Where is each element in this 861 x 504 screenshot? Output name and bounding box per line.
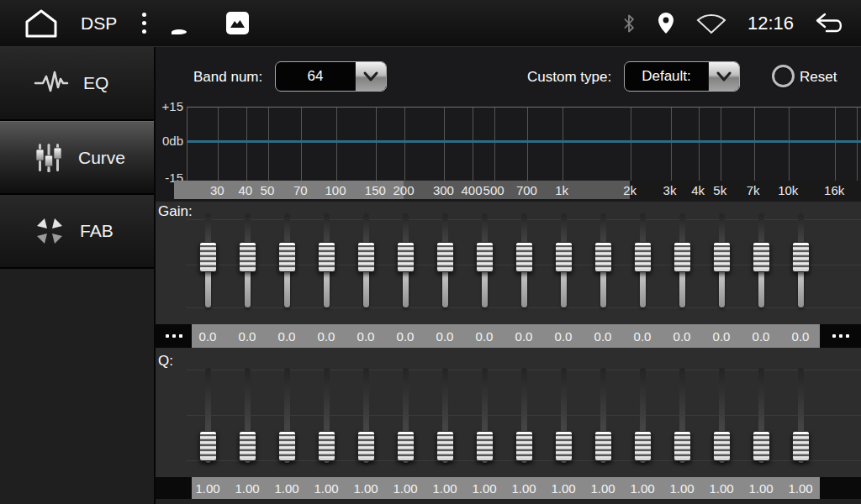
sidebar-item-curve[interactable]: Curve <box>0 121 154 195</box>
slider-thumb[interactable] <box>673 431 691 461</box>
q-slider[interactable] <box>239 365 256 465</box>
gain-slider[interactable] <box>713 210 730 312</box>
slider-thumb[interactable] <box>357 431 375 461</box>
slider-thumb[interactable] <box>397 242 415 272</box>
gain-slider[interactable] <box>476 210 493 312</box>
slider-thumb[interactable] <box>515 431 533 461</box>
q-slider[interactable] <box>199 365 216 465</box>
gain-slider[interactable] <box>634 210 651 312</box>
slider-thumb[interactable] <box>634 242 652 272</box>
reset-radio-icon[interactable] <box>772 65 795 87</box>
gain-slider[interactable] <box>753 210 769 312</box>
slider-thumb[interactable] <box>753 431 770 461</box>
slider-thumb[interactable] <box>476 431 494 461</box>
home-icon[interactable] <box>22 7 61 40</box>
slider-thumb[interactable] <box>673 242 691 272</box>
slider-track-upper <box>482 213 488 245</box>
grid-line <box>336 108 337 181</box>
slider-thumb[interactable] <box>792 431 810 461</box>
slider-track-upper <box>679 213 685 245</box>
sidebar-item-label: Curve <box>78 148 125 168</box>
q-slider[interactable] <box>594 365 611 465</box>
chevron-down-icon[interactable] <box>355 62 386 91</box>
slider-thumb[interactable] <box>555 431 573 461</box>
slider-thumb[interactable] <box>199 431 217 461</box>
q-value: 1.00 <box>307 477 346 499</box>
gain-value: 0.0 <box>267 324 306 348</box>
freq-tick-label: 10k <box>778 181 798 199</box>
gallery-icon[interactable] <box>226 12 249 34</box>
q-slider[interactable] <box>673 365 690 465</box>
slider-thumb[interactable] <box>594 431 612 461</box>
back-icon[interactable] <box>814 12 846 35</box>
q-slider[interactable] <box>357 365 374 465</box>
slider-track-upper <box>798 213 804 245</box>
q-slider[interactable] <box>318 365 335 465</box>
freq-tick-label: 2k <box>623 181 637 199</box>
gain-value: 0.0 <box>188 324 227 348</box>
freq-tick-label: 500 <box>483 181 504 199</box>
slider-thumb[interactable] <box>594 242 612 272</box>
slider-thumb[interactable] <box>199 242 217 272</box>
slider-thumb[interactable] <box>436 242 454 272</box>
grid-line <box>218 108 219 181</box>
slider-thumb[interactable] <box>357 242 375 272</box>
band-num-dropdown[interactable]: 64 <box>275 61 387 92</box>
gain-slider[interactable] <box>555 210 572 312</box>
freq-axis: 304050701001502003004005007001k2k3k4k5k7… <box>174 181 861 199</box>
gain-slider[interactable] <box>318 210 335 312</box>
gain-slider[interactable] <box>436 210 453 312</box>
slider-track-upper <box>640 213 646 245</box>
clover-leaf <box>172 29 187 34</box>
gain-slider[interactable] <box>792 210 809 312</box>
q-slider[interactable] <box>713 365 730 465</box>
freq-tick-label: 100 <box>325 181 346 199</box>
slider-thumb[interactable] <box>239 431 256 461</box>
q-slider[interactable] <box>436 365 453 465</box>
q-slider[interactable] <box>634 365 651 465</box>
more-dots-right-button[interactable] <box>820 324 861 348</box>
reset-label: Reset <box>800 69 837 86</box>
slider-thumb[interactable] <box>515 242 533 272</box>
slider-thumb[interactable] <box>753 242 770 272</box>
slider-track-upper <box>403 368 409 433</box>
q-slider[interactable] <box>397 365 414 465</box>
q-slider[interactable] <box>278 365 295 465</box>
slider-thumb[interactable] <box>318 431 335 461</box>
slider-track-upper <box>758 368 764 433</box>
slider-thumb[interactable] <box>713 431 731 461</box>
sidebar-item-fab[interactable]: FAB <box>0 195 154 269</box>
q-slider[interactable] <box>753 365 769 465</box>
slider-thumb[interactable] <box>239 242 256 272</box>
gain-slider[interactable] <box>515 210 532 312</box>
gain-slider[interactable] <box>594 210 611 312</box>
slider-thumb[interactable] <box>476 242 494 272</box>
slider-thumb[interactable] <box>436 431 454 461</box>
custom-type-dropdown[interactable]: Default: <box>624 61 740 92</box>
chevron-down-icon[interactable] <box>708 62 739 91</box>
slider-thumb[interactable] <box>634 431 652 461</box>
sidebar-item-eq[interactable]: EQ <box>0 47 154 121</box>
slider-thumb[interactable] <box>792 242 810 272</box>
gain-slider[interactable] <box>673 210 690 312</box>
gain-slider[interactable] <box>357 210 374 312</box>
gain-slider[interactable] <box>278 210 295 312</box>
more-dots-left-button[interactable] <box>156 324 192 348</box>
slider-thumb[interactable] <box>278 242 296 272</box>
slider-thumb[interactable] <box>278 431 296 461</box>
slider-thumb[interactable] <box>318 242 335 272</box>
gain-slider[interactable] <box>199 210 216 312</box>
q-slider[interactable] <box>792 365 809 465</box>
slider-thumb[interactable] <box>555 242 573 272</box>
q-slider[interactable] <box>476 365 493 465</box>
slider-thumb[interactable] <box>713 242 731 272</box>
gain-slider[interactable] <box>397 210 414 312</box>
overflow-menu-icon[interactable] <box>139 9 150 37</box>
q-slider[interactable] <box>555 365 572 465</box>
gain-slider[interactable] <box>239 210 256 312</box>
apps-clover-icon[interactable] <box>172 7 204 39</box>
slider-thumb[interactable] <box>397 431 415 461</box>
q-slider[interactable] <box>515 365 532 465</box>
slider-track-upper <box>363 213 369 245</box>
grid-line <box>268 108 269 181</box>
